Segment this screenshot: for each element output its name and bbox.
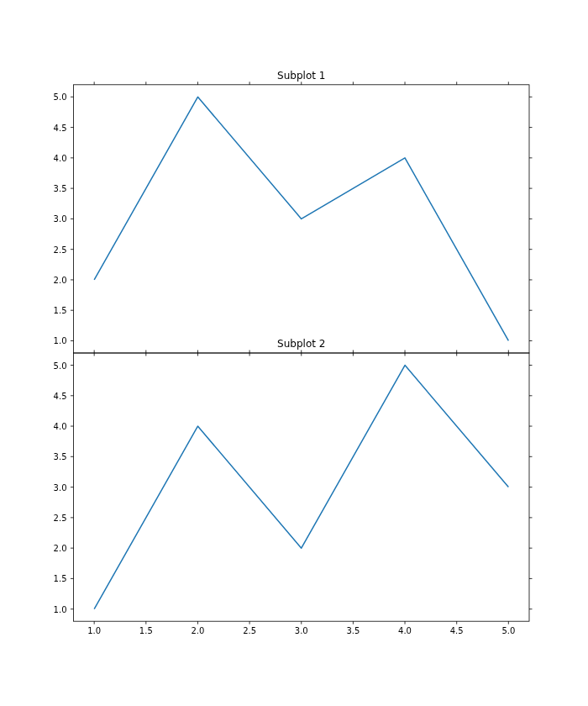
xtick-label: 5.0 [496, 626, 521, 635]
xtick-label: 3.0 [289, 626, 314, 635]
xtick-label: 1.5 [134, 626, 159, 635]
ytick-label: 5.0 [42, 361, 67, 370]
axes-frame-2 [74, 353, 530, 621]
ytick-label: 3.0 [42, 482, 67, 492]
xtick-label: 2.5 [237, 626, 262, 635]
ytick-label: 3.0 [42, 214, 67, 224]
xtick-label: 1.0 [81, 626, 107, 635]
xtick-label: 2.0 [185, 626, 210, 635]
subplot-title-1: Subplot 1 [218, 70, 386, 82]
ytick-label: 4.5 [42, 391, 67, 400]
ytick-label: 1.5 [42, 306, 67, 315]
ytick-label: 4.0 [42, 422, 67, 431]
ytick-label: 1.0 [42, 604, 67, 614]
xtick-label: 4.0 [392, 626, 417, 635]
ytick-label: 4.0 [42, 153, 67, 162]
ytick-label: 4.5 [42, 123, 67, 132]
figure: Subplot 1Subplot 2 1.01.52.02.53.03.54.0… [0, 0, 588, 706]
ytick-label: 3.5 [42, 184, 67, 193]
ytick-label: 2.0 [42, 544, 67, 553]
ytick-label: 3.5 [42, 452, 67, 461]
ytick-label: 2.5 [42, 513, 67, 522]
data-line-1 [94, 97, 508, 340]
figure-svg [0, 0, 588, 706]
ytick-label: 1.5 [42, 574, 67, 583]
ytick-label: 1.0 [42, 336, 67, 345]
ytick-label: 5.0 [42, 92, 67, 102]
data-line-2 [94, 366, 508, 609]
ytick-label: 2.5 [42, 245, 67, 254]
ytick-label: 2.0 [42, 275, 67, 284]
subplot-title-2: Subplot 2 [218, 338, 386, 350]
xtick-label: 3.5 [340, 626, 365, 635]
xtick-label: 4.5 [444, 626, 470, 635]
